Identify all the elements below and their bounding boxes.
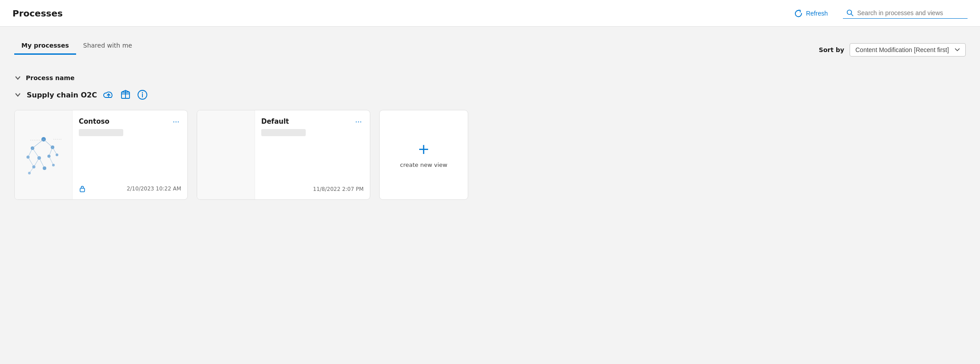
refresh-button[interactable]: Refresh (790, 7, 832, 20)
supply-chain-icons (102, 89, 149, 101)
card-name-default: Default (261, 117, 289, 125)
page-title: Processes (12, 8, 63, 19)
card-subtitle-default (261, 129, 306, 136)
svg-line-27 (39, 158, 45, 168)
card-contoso[interactable]: Contoso ··· 2/10/2023 10:22 AM (14, 110, 188, 200)
svg-line-20 (32, 139, 44, 148)
svg-line-26 (34, 158, 39, 167)
package-icon[interactable] (119, 89, 132, 101)
plus-icon: + (418, 142, 430, 156)
card-date-contoso: 2/10/2023 10:22 AM (127, 186, 181, 192)
process-name-header[interactable]: Process name (14, 74, 966, 81)
card-more-button-default[interactable]: ··· (353, 117, 364, 125)
svg-line-30 (28, 157, 34, 167)
sort-label: Sort by (819, 46, 844, 53)
create-new-view-label: create new view (400, 162, 447, 168)
refresh-icon (794, 9, 802, 17)
process-name-section: Process name (14, 74, 966, 81)
supply-chain-header[interactable]: Supply chain O2C (14, 89, 966, 101)
lock-icon (79, 185, 86, 192)
card-name-contoso: Contoso (79, 117, 109, 125)
main-content: My processes Shared with me Sort by Cont… (0, 27, 980, 218)
svg-point-8 (142, 93, 142, 93)
card-footer-default: 11/8/2022 2:07 PM (261, 186, 364, 192)
tab-my-processes[interactable]: My processes (14, 37, 76, 55)
svg-rect-33 (80, 188, 85, 192)
svg-line-24 (49, 147, 53, 156)
card-create-new-view[interactable]: + create new view (379, 110, 468, 200)
search-icon (846, 9, 854, 16)
card-footer-contoso: 2/10/2023 10:22 AM (79, 185, 181, 192)
card-body-contoso: Contoso ··· 2/10/2023 10:22 AM (73, 110, 187, 199)
thumbnail-diagram (21, 130, 66, 179)
process-name-chevron-icon (14, 74, 21, 81)
tab-bar: My processes Shared with me (14, 37, 139, 55)
process-name-title: Process name (26, 74, 75, 81)
tab-shared-with-me[interactable]: Shared with me (76, 37, 139, 55)
svg-line-22 (28, 148, 32, 157)
sort-select[interactable]: Content Modification [Recent first] Name… (850, 43, 966, 57)
card-more-button-contoso[interactable]: ··· (171, 117, 181, 125)
card-header-row-default: Default ··· (261, 117, 364, 125)
svg-line-25 (53, 147, 57, 155)
svg-point-0 (847, 10, 852, 15)
supply-chain-title: Supply chain O2C (27, 91, 97, 99)
search-container[interactable] (843, 8, 968, 19)
card-date-default: 11/8/2022 2:07 PM (313, 186, 364, 192)
svg-line-28 (49, 156, 53, 165)
card-body-default: Default ··· 11/8/2022 2:07 PM (255, 110, 370, 199)
card-header-row-contoso: Contoso ··· (79, 117, 181, 125)
cloud-sync-icon[interactable] (102, 89, 115, 101)
card-default[interactable]: Default ··· 11/8/2022 2:07 PM (197, 110, 370, 200)
svg-line-29 (29, 167, 34, 173)
supply-chain-section: Supply chain O2C (14, 89, 966, 200)
svg-line-1 (851, 14, 854, 16)
search-input[interactable] (857, 9, 955, 16)
info-icon[interactable] (136, 89, 149, 101)
svg-line-23 (32, 148, 39, 158)
header-actions: Refresh (790, 7, 968, 20)
supply-chain-chevron-icon (14, 91, 21, 98)
card-subtitle-contoso (79, 129, 123, 136)
card-thumbnail-default (197, 110, 255, 199)
page-header: Processes Refresh (0, 0, 980, 27)
svg-line-21 (44, 139, 53, 147)
sort-row: Sort by Content Modification [Recent fir… (819, 43, 966, 57)
card-thumbnail-contoso (15, 110, 73, 199)
cards-grid: Contoso ··· 2/10/2023 10:22 AM (14, 110, 966, 200)
refresh-label: Refresh (806, 10, 828, 17)
